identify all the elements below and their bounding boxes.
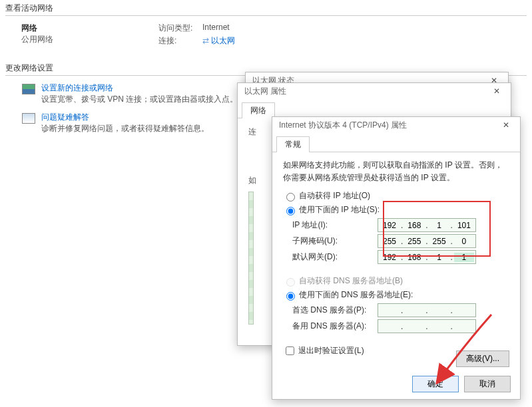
adapter-icon	[22, 84, 35, 94]
access-type-value: Internet	[202, 23, 230, 34]
ipv4-properties-dialog: Internet 协议版本 4 (TCP/IPv4) 属性 ✕ 常规 如果网络支…	[272, 116, 521, 400]
gateway-field[interactable]: . . .	[378, 250, 476, 264]
ip-address-label: IP 地址(I):	[283, 219, 378, 231]
radio-manual-dns[interactable]: 使用下面的 DNS 服务器地址(E):	[283, 289, 509, 301]
gw-seg-2[interactable]	[404, 253, 424, 262]
mask-seg-1[interactable]	[380, 237, 399, 246]
tab-network[interactable]: 网络	[242, 102, 275, 118]
ethernet-icon: ⇄	[202, 36, 209, 45]
radio-manual-dns-label: 使用下面的 DNS 服务器地址(E):	[299, 289, 413, 301]
ethernet-properties-title: 以太网 属性	[244, 86, 286, 97]
ipv4-description: 如果网络支持此功能，则可以获取自动指派的 IP 设置。否则，你需要从网络系统管理…	[283, 159, 509, 184]
network-name: 网络	[21, 23, 158, 34]
gw-seg-1[interactable]	[380, 253, 399, 262]
troubleshoot-icon	[22, 113, 35, 124]
radio-manual-ip-label: 使用下面的 IP 地址(S):	[299, 204, 380, 215]
connection-link[interactable]: 以太网	[211, 36, 235, 45]
ip-address-field[interactable]: . . .	[378, 218, 476, 232]
close-icon[interactable]: ✕	[485, 84, 508, 98]
setup-new-connection-title[interactable]: 设置新的连接或网络	[41, 82, 238, 94]
ip-seg-1[interactable]	[380, 221, 399, 230]
network-type: 公用网络	[21, 34, 158, 45]
gw-seg-3[interactable]	[429, 253, 449, 262]
section-active-networks: 查看活动网络	[5, 3, 527, 16]
bg-listbox-fragment	[248, 192, 254, 325]
dns2-field[interactable]: . . .	[378, 319, 476, 333]
connection-label: 连接:	[158, 35, 202, 47]
mask-seg-2[interactable]	[404, 237, 424, 246]
troubleshoot-desc: 诊断并修复网络问题，或者获得疑难解答信息。	[41, 123, 209, 134]
troubleshoot-title[interactable]: 问题疑难解答	[41, 112, 209, 123]
dns1-field[interactable]: . . .	[378, 303, 476, 317]
radio-auto-dns: 自动获得 DNS 服务器地址(B)	[283, 275, 509, 287]
ip-seg-3[interactable]	[429, 221, 449, 230]
ok-button[interactable]: 确定	[412, 376, 459, 392]
radio-auto-dns-label: 自动获得 DNS 服务器地址(B)	[299, 275, 403, 287]
radio-manual-ip[interactable]: 使用下面的 IP 地址(S):	[283, 204, 509, 215]
advanced-button[interactable]: 高级(V)...	[456, 350, 509, 367]
dns1-label: 首选 DNS 服务器(P):	[283, 305, 378, 316]
gw-seg-4[interactable]	[454, 253, 474, 262]
mask-seg-4[interactable]	[454, 237, 474, 246]
radio-auto-ip-label: 自动获得 IP 地址(O)	[299, 190, 370, 202]
tab-general[interactable]: 常规	[276, 136, 310, 152]
ip-seg-4[interactable]	[454, 221, 474, 230]
ip-seg-2[interactable]	[404, 221, 424, 230]
radio-auto-ip[interactable]: 自动获得 IP 地址(O)	[283, 190, 509, 202]
cancel-button[interactable]: 取消	[464, 376, 511, 392]
close-icon[interactable]: ✕	[495, 118, 517, 132]
ipv4-dialog-title: Internet 协议版本 4 (TCP/IPv4) 属性	[279, 120, 407, 131]
validate-on-exit-label: 退出时验证设置(L)	[298, 345, 364, 356]
dns2-label: 备用 DNS 服务器(A):	[283, 321, 378, 332]
subnet-mask-label: 子网掩码(U):	[283, 235, 378, 247]
mask-seg-3[interactable]	[429, 237, 449, 246]
setup-new-connection-desc: 设置宽带、拨号或 VPN 连接；或设置路由器或接入点。	[41, 94, 238, 105]
subnet-mask-field[interactable]: . . .	[378, 234, 476, 248]
gateway-label: 默认网关(D):	[283, 251, 378, 263]
access-type-label: 访问类型:	[158, 23, 202, 34]
